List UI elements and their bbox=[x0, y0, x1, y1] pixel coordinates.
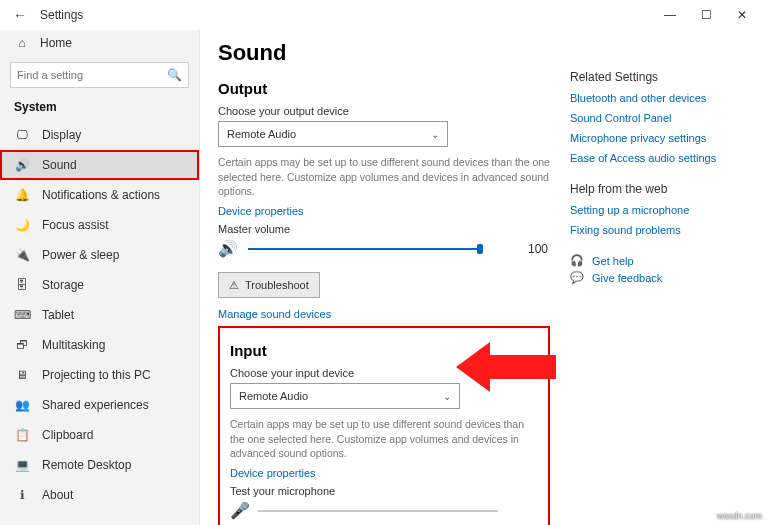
sidebar-item-storage[interactable]: 🗄Storage bbox=[0, 270, 199, 300]
titlebar: ← Settings — ☐ ✕ bbox=[0, 0, 768, 30]
headset-icon: 🎧 bbox=[570, 254, 584, 267]
focus-assist-icon: 🌙 bbox=[14, 218, 30, 232]
maximize-button[interactable]: ☐ bbox=[688, 8, 724, 22]
input-section-highlight: Input Choose your input device Remote Au… bbox=[218, 326, 550, 525]
search-icon: 🔍 bbox=[167, 68, 182, 82]
clipboard-icon: 📋 bbox=[14, 428, 30, 442]
content: Sound Output Choose your output device R… bbox=[218, 40, 570, 525]
sidebar-item-about[interactable]: ℹAbout bbox=[0, 480, 199, 510]
sidebar-items: 🖵Display 🔊Sound 🔔Notifications & actions… bbox=[0, 120, 199, 510]
related-link[interactable]: Sound Control Panel bbox=[570, 112, 750, 124]
output-troubleshoot-button[interactable]: ⚠ Troubleshoot bbox=[218, 272, 320, 298]
shared-icon: 👥 bbox=[14, 398, 30, 412]
home-icon: ⌂ bbox=[14, 36, 30, 50]
master-volume-slider[interactable] bbox=[248, 242, 478, 256]
chevron-down-icon: ⌄ bbox=[431, 129, 439, 140]
input-device-properties-link[interactable]: Device properties bbox=[230, 467, 538, 479]
input-device-select[interactable]: Remote Audio ⌄ bbox=[230, 383, 460, 409]
master-volume-value: 100 bbox=[528, 242, 548, 256]
mic-level-bar bbox=[258, 510, 498, 512]
output-device-select[interactable]: Remote Audio ⌄ bbox=[218, 121, 448, 147]
tablet-icon: ⌨ bbox=[14, 308, 30, 322]
related-settings-heading: Related Settings bbox=[570, 70, 750, 84]
sidebar-home[interactable]: ⌂ Home bbox=[0, 30, 199, 56]
input-help-text: Certain apps may be set up to use differ… bbox=[230, 417, 538, 461]
output-device-properties-link[interactable]: Device properties bbox=[218, 205, 550, 217]
display-icon: 🖵 bbox=[14, 128, 30, 142]
manage-output-devices-link[interactable]: Manage sound devices bbox=[218, 308, 550, 320]
window-title: Settings bbox=[40, 8, 83, 22]
related-link[interactable]: Bluetooth and other devices bbox=[570, 92, 750, 104]
warning-icon: ⚠ bbox=[229, 279, 239, 292]
chevron-down-icon: ⌄ bbox=[443, 391, 451, 402]
sidebar-item-notifications[interactable]: 🔔Notifications & actions bbox=[0, 180, 199, 210]
sound-icon: 🔊 bbox=[14, 158, 30, 172]
sidebar-item-remote[interactable]: 💻Remote Desktop bbox=[0, 450, 199, 480]
help-link[interactable]: Fixing sound problems bbox=[570, 224, 750, 236]
storage-icon: 🗄 bbox=[14, 278, 30, 292]
sidebar-item-display[interactable]: 🖵Display bbox=[0, 120, 199, 150]
get-help-link[interactable]: 🎧 Get help bbox=[570, 254, 750, 267]
sidebar-item-multitasking[interactable]: 🗗Multitasking bbox=[0, 330, 199, 360]
output-device-value: Remote Audio bbox=[227, 128, 296, 140]
output-device-label: Choose your output device bbox=[218, 105, 550, 117]
sidebar-item-projecting[interactable]: 🖥Projecting to this PC bbox=[0, 360, 199, 390]
sidebar-item-tablet[interactable]: ⌨Tablet bbox=[0, 300, 199, 330]
sidebar-item-power[interactable]: 🔌Power & sleep bbox=[0, 240, 199, 270]
projecting-icon: 🖥 bbox=[14, 368, 30, 382]
multitasking-icon: 🗗 bbox=[14, 338, 30, 352]
feedback-icon: 💬 bbox=[570, 271, 584, 284]
minimize-button[interactable]: — bbox=[652, 8, 688, 22]
close-button[interactable]: ✕ bbox=[724, 8, 760, 22]
search-input[interactable] bbox=[17, 69, 167, 81]
speaker-icon: 🔊 bbox=[218, 239, 238, 258]
sidebar-home-label: Home bbox=[40, 36, 72, 50]
test-mic-label: Test your microphone bbox=[230, 485, 538, 497]
help-link[interactable]: Setting up a microphone bbox=[570, 204, 750, 216]
sidebar-item-shared[interactable]: 👥Shared experiences bbox=[0, 390, 199, 420]
input-device-label: Choose your input device bbox=[230, 367, 538, 379]
power-icon: 🔌 bbox=[14, 248, 30, 262]
master-volume-label: Master volume bbox=[218, 223, 550, 235]
watermark: wsxdn.com bbox=[717, 511, 762, 521]
related-link[interactable]: Ease of Access audio settings bbox=[570, 152, 750, 164]
give-feedback-link[interactable]: 💬 Give feedback bbox=[570, 271, 750, 284]
sidebar-item-clipboard[interactable]: 📋Clipboard bbox=[0, 420, 199, 450]
help-from-web-heading: Help from the web bbox=[570, 182, 750, 196]
sidebar-item-sound[interactable]: 🔊Sound bbox=[0, 150, 199, 180]
right-panel: Related Settings Bluetooth and other dev… bbox=[570, 40, 750, 525]
sidebar-heading: System bbox=[0, 96, 199, 120]
page-title: Sound bbox=[218, 40, 550, 66]
remote-icon: 💻 bbox=[14, 458, 30, 472]
microphone-icon: 🎤 bbox=[230, 501, 250, 520]
back-button[interactable]: ← bbox=[8, 7, 32, 23]
about-icon: ℹ bbox=[14, 488, 30, 502]
sidebar-search[interactable]: 🔍 bbox=[10, 62, 189, 88]
sidebar-item-focus-assist[interactable]: 🌙Focus assist bbox=[0, 210, 199, 240]
output-heading: Output bbox=[218, 80, 550, 97]
notifications-icon: 🔔 bbox=[14, 188, 30, 202]
output-help-text: Certain apps may be set up to use differ… bbox=[218, 155, 550, 199]
input-device-value: Remote Audio bbox=[239, 390, 308, 402]
related-link[interactable]: Microphone privacy settings bbox=[570, 132, 750, 144]
sidebar: ⌂ Home 🔍 System 🖵Display 🔊Sound 🔔Notific… bbox=[0, 30, 200, 525]
input-heading: Input bbox=[230, 342, 538, 359]
